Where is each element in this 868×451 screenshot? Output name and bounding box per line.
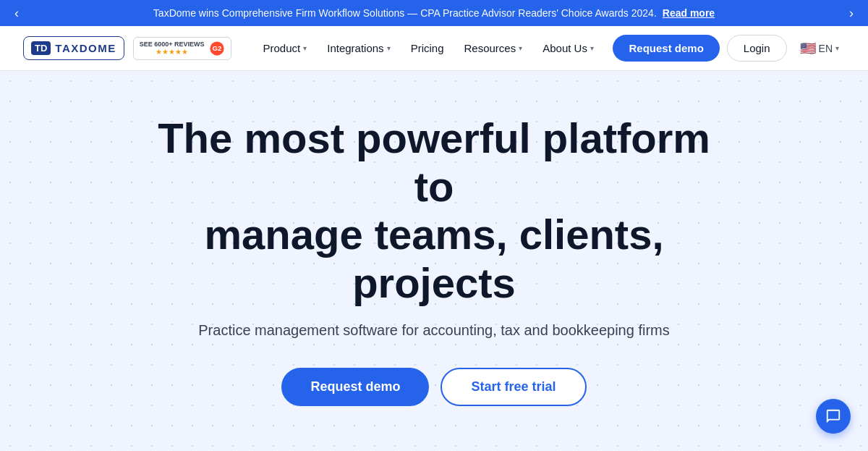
logo[interactable]: TD TAXDOME: [23, 36, 124, 60]
nav-item-resources[interactable]: Resources ▾: [455, 36, 531, 60]
hero-buttons: Request demo Start free trial: [14, 368, 854, 406]
announcement-bar: ‹ TaxDome wins Comprehensive Firm Workfl…: [0, 0, 868, 26]
reviews-label: SEE 6000+ REVIEWS: [140, 41, 205, 48]
flag-icon: 🇺🇸: [800, 41, 816, 56]
chevron-down-icon: ▾: [387, 44, 391, 52]
nav-item-pricing[interactable]: Pricing: [402, 36, 453, 60]
announcement-cta[interactable]: Read more: [663, 7, 715, 19]
logo-td-badge: TD: [31, 41, 51, 55]
chat-bubble-button[interactable]: [816, 399, 851, 434]
logo-name: TAXDOME: [55, 42, 116, 54]
g2-icon: G2: [209, 41, 225, 56]
nav-links: Product ▾ Integrations ▾ Pricing Resourc…: [255, 36, 613, 60]
chevron-down-icon: ▾: [519, 44, 522, 52]
announcement-next-button[interactable]: ›: [842, 3, 861, 24]
chevron-down-icon: ▾: [835, 44, 839, 52]
hero-section: The most powerful platform to manage tea…: [0, 71, 868, 451]
stars-icon: ★★★★★: [156, 48, 188, 56]
svg-text:G2: G2: [212, 44, 221, 52]
hero-request-demo-button[interactable]: Request demo: [281, 368, 429, 406]
nav-item-integrations[interactable]: Integrations ▾: [318, 36, 399, 60]
chat-icon: [825, 408, 841, 424]
announcement-text: TaxDome wins Comprehensive Firm Workflow…: [153, 7, 657, 19]
nav-login-button[interactable]: Login: [727, 35, 787, 62]
nav-item-about[interactable]: About Us ▾: [534, 36, 603, 60]
chevron-down-icon: ▾: [590, 44, 594, 52]
nav-actions: Request demo Login 🇺🇸 EN ▾: [613, 35, 845, 62]
logo-area: TD TAXDOME SEE 6000+ REVIEWS ★★★★★ G2: [23, 36, 231, 60]
navbar: TD TAXDOME SEE 6000+ REVIEWS ★★★★★ G2 Pr…: [0, 26, 868, 71]
nav-request-demo-button[interactable]: Request demo: [613, 35, 719, 62]
hero-title: The most powerful platform to manage tea…: [145, 114, 723, 308]
language-selector[interactable]: 🇺🇸 EN ▾: [794, 36, 845, 61]
hero-start-trial-button[interactable]: Start free trial: [441, 368, 586, 406]
nav-item-product[interactable]: Product ▾: [255, 36, 316, 60]
hero-subtitle: Practice management software for account…: [14, 322, 854, 339]
announcement-prev-button[interactable]: ‹: [7, 3, 26, 24]
reviews-badge[interactable]: SEE 6000+ REVIEWS ★★★★★ G2: [133, 37, 231, 60]
chevron-down-icon: ▾: [303, 44, 307, 52]
